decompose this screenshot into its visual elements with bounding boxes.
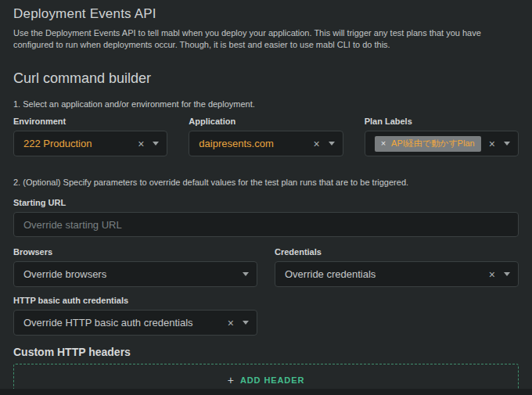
page-title: Deployment Events API <box>13 6 519 22</box>
clear-icon[interactable]: × <box>138 138 144 149</box>
starting-url-label: Starting URL <box>13 198 519 207</box>
plus-icon: + <box>228 375 234 386</box>
plan-labels-select[interactable]: × API経由で動かすPlan × <box>365 131 519 156</box>
chevron-down-icon[interactable] <box>504 142 510 145</box>
plan-labels-field: Plan Labels × API経由で動かすPlan × <box>365 117 519 156</box>
clear-icon[interactable]: × <box>228 318 234 329</box>
environment-label: Environment <box>13 117 167 126</box>
application-select-controls: × <box>313 138 334 149</box>
application-field: Application daipresents.com × <box>189 117 343 156</box>
environment-field: Environment 222 Production × <box>13 117 167 156</box>
add-header-button[interactable]: + ADD HEADER <box>220 370 313 390</box>
plan-labels-chips: × API経由で動かすPlan <box>375 136 489 152</box>
chevron-down-icon[interactable] <box>243 321 249 325</box>
chevron-down-icon[interactable] <box>504 272 510 276</box>
clear-icon[interactable]: × <box>489 269 495 280</box>
browsers-select[interactable]: Override browsers <box>13 261 257 287</box>
browsers-field: Browsers Override browsers <box>13 247 257 287</box>
http-basic-auth-label: HTTP basic auth credentials <box>13 296 257 305</box>
environment-select-controls: × <box>138 138 159 149</box>
http-basic-auth-select[interactable]: Override HTTP basic auth credentials × <box>13 310 257 336</box>
application-select[interactable]: daipresents.com × <box>189 131 343 156</box>
chevron-down-icon[interactable] <box>243 272 249 276</box>
plan-label-chip: × API経由で動かすPlan <box>375 136 481 152</box>
clear-icon[interactable]: × <box>313 138 319 149</box>
page-description: Use the Deployment Events API to tell ma… <box>13 27 519 51</box>
chevron-down-icon[interactable] <box>153 142 159 145</box>
browsers-placeholder: Override browsers <box>23 268 243 280</box>
credentials-label: Credentials <box>275 247 519 257</box>
step-2-text: 2. (Optional) Specify parameters to over… <box>13 178 519 188</box>
http-basic-auth-placeholder: Override HTTP basic auth credentials <box>23 317 228 329</box>
override-selects-row: Browsers Override browsers Credentials O… <box>13 247 519 287</box>
section-title-curl-builder: Curl command builder <box>13 70 519 87</box>
environment-select[interactable]: 222 Production × <box>13 131 167 156</box>
add-header-button-label: ADD HEADER <box>240 375 304 385</box>
environment-selected-value: 222 Production <box>23 138 138 149</box>
starting-url-input[interactable] <box>13 212 519 237</box>
chip-remove-icon[interactable]: × <box>381 139 386 148</box>
application-label: Application <box>189 117 343 126</box>
credentials-select[interactable]: Override credentials × <box>275 261 519 287</box>
credentials-field: Credentials Override credentials × <box>275 247 519 287</box>
custom-http-headers-title: Custom HTTP headers <box>13 346 519 359</box>
application-selected-value: daipresents.com <box>199 138 313 149</box>
deployment-selects-row: Environment 222 Production × Application… <box>13 117 519 156</box>
http-basic-auth-select-controls: × <box>228 318 249 329</box>
chevron-down-icon[interactable] <box>329 142 335 145</box>
clear-icon[interactable]: × <box>489 138 495 149</box>
browsers-select-controls <box>243 272 249 276</box>
plan-labels-label: Plan Labels <box>365 117 519 126</box>
browsers-label: Browsers <box>13 247 257 257</box>
credentials-select-controls: × <box>489 269 510 280</box>
credentials-placeholder: Override credentials <box>285 268 489 280</box>
plan-labels-select-controls: × <box>489 138 510 149</box>
deployment-events-page: Deployment Events API Use the Deployment… <box>0 0 532 389</box>
step-1-text: 1. Select an application and/or environm… <box>13 99 519 110</box>
http-basic-auth-field: HTTP basic auth credentials Override HTT… <box>13 296 257 336</box>
plan-label-chip-text: API経由で動かすPlan <box>391 138 475 149</box>
